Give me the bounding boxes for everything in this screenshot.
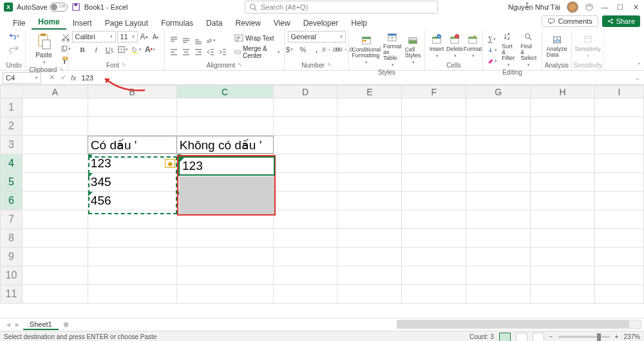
pending-icon[interactable]: [585, 3, 594, 12]
zoom-slider[interactable]: [558, 336, 610, 338]
row-header-10[interactable]: 10: [1, 266, 23, 285]
share-button[interactable]: Share: [602, 15, 640, 27]
cell-C5[interactable]: 345: [177, 173, 273, 191]
cell-C3[interactable]: Không có dấu ': [176, 136, 274, 154]
horizontal-scrollbar[interactable]: [397, 320, 641, 329]
minimize-icon[interactable]: —: [600, 3, 609, 12]
orientation-button[interactable]: ab▾: [205, 35, 216, 46]
font-size-select[interactable]: 11▾: [117, 31, 138, 42]
col-header-A[interactable]: A: [22, 86, 88, 98]
avatar[interactable]: [567, 1, 578, 13]
row-header-1[interactable]: 1: [1, 98, 23, 117]
error-indicator-icon[interactable]: ◆: [165, 159, 175, 168]
row-header-7[interactable]: 7: [1, 210, 23, 229]
sheet-nav-prev-icon[interactable]: ◄: [5, 321, 12, 328]
comments-button[interactable]: Comments: [542, 15, 598, 27]
col-header-B[interactable]: B: [88, 86, 176, 98]
cell-C4[interactable]: 123: [177, 154, 273, 172]
row-header-2[interactable]: 2: [1, 117, 23, 136]
confirm-edit-icon[interactable]: ✓: [58, 73, 68, 82]
tab-review[interactable]: Review: [229, 17, 267, 30]
tab-insert[interactable]: Insert: [66, 17, 99, 30]
autosave-toggle[interactable]: AutoSave Off: [17, 3, 68, 12]
tab-view[interactable]: View: [267, 17, 297, 30]
align-bottom-button[interactable]: [193, 35, 204, 46]
sheet-nav-next-icon[interactable]: ►: [14, 321, 21, 328]
cell-B3[interactable]: Có dấu ': [88, 136, 177, 154]
sheet-tab[interactable]: Sheet1: [23, 320, 59, 330]
analyze-data-button[interactable]: Analyze Data: [546, 33, 567, 59]
insert-cells-button[interactable]: +Insert▾: [429, 33, 444, 60]
redo-button[interactable]: [9, 44, 19, 54]
col-header-G[interactable]: G: [466, 86, 531, 98]
row-header-6[interactable]: 6: [1, 192, 23, 210]
underline-button[interactable]: U▾: [104, 44, 115, 55]
col-header-F[interactable]: F: [402, 86, 466, 98]
font-name-select[interactable]: Calibri▾: [72, 31, 116, 42]
col-header-E[interactable]: E: [337, 86, 402, 98]
maximize-icon[interactable]: ☐: [616, 3, 625, 12]
save-icon[interactable]: [71, 3, 80, 12]
undo-button[interactable]: ▾: [9, 31, 19, 41]
zoom-in-button[interactable]: +: [615, 333, 619, 340]
collapse-ribbon-icon[interactable]: ⌃: [636, 62, 641, 69]
col-header-C[interactable]: C: [176, 86, 273, 98]
percent-button[interactable]: %: [298, 44, 308, 55]
row-header-9[interactable]: 9: [1, 248, 23, 266]
clear-button[interactable]: ▾: [487, 56, 497, 66]
cell-B5[interactable]: 345: [88, 173, 176, 191]
row-header-5[interactable]: 5: [1, 173, 23, 192]
cancel-edit-icon[interactable]: ✕: [46, 73, 57, 82]
format-as-table-button[interactable]: Format as Table▾: [382, 31, 402, 69]
align-top-button[interactable]: [169, 35, 179, 46]
cell-styles-button[interactable]: Cell Styles▾: [405, 34, 421, 66]
add-sheet-button[interactable]: ⊕: [61, 320, 71, 330]
zoom-level[interactable]: 237%: [623, 333, 640, 340]
fill-button[interactable]: ▾: [487, 45, 497, 55]
find-select-button[interactable]: Find & Select▾: [519, 31, 538, 69]
col-header-I[interactable]: I: [595, 86, 644, 98]
tab-home[interactable]: Home: [32, 15, 66, 30]
cell-C6[interactable]: 456: [177, 192, 273, 210]
row-header-4[interactable]: 4: [1, 154, 23, 173]
align-middle-button[interactable]: [181, 35, 191, 46]
align-right-button[interactable]: [193, 47, 204, 57]
decrease-decimal-button[interactable]: .00→.0: [339, 44, 349, 55]
increase-font-button[interactable]: A▴: [139, 32, 149, 42]
delete-cells-button[interactable]: −Delete▾: [447, 33, 462, 60]
page-break-view-button[interactable]: [533, 333, 544, 342]
normal-view-button[interactable]: [499, 333, 511, 342]
decrease-indent-button[interactable]: [205, 47, 216, 57]
tab-help[interactable]: Help: [345, 17, 374, 30]
merge-center-button[interactable]: aMerge & Center▾: [234, 45, 280, 59]
number-format-select[interactable]: General▾: [288, 31, 346, 42]
font-color-button[interactable]: A▾: [145, 44, 155, 55]
col-header-H[interactable]: H: [531, 86, 595, 98]
page-layout-view-button[interactable]: [516, 333, 527, 342]
format-cells-button[interactable]: Format▾: [465, 33, 480, 60]
tab-data[interactable]: Data: [200, 17, 229, 30]
sort-filter-button[interactable]: AZSort & Filter▾: [500, 31, 516, 69]
fill-color-button[interactable]: ▾: [131, 44, 142, 55]
wrap-text-button[interactable]: abcWrap Text: [234, 33, 280, 42]
row-header-3[interactable]: 3: [1, 136, 23, 154]
name-box[interactable]: C4▾: [3, 72, 41, 84]
row-header-8[interactable]: 8: [1, 229, 23, 248]
close-icon[interactable]: ✕: [631, 3, 640, 12]
bold-button[interactable]: B: [77, 44, 88, 55]
expand-formula-bar-icon[interactable]: ⌄: [635, 75, 640, 81]
conditional-formatting-button[interactable]: Conditional Formatting▾: [353, 34, 379, 66]
username[interactable]: Nguyễn Như Tài: [508, 3, 560, 12]
row-header-11[interactable]: 11: [1, 285, 23, 304]
tab-page-layout[interactable]: Page Layout: [99, 17, 155, 30]
decrease-font-button[interactable]: A▾: [151, 32, 161, 42]
align-left-button[interactable]: [169, 47, 179, 57]
fx-icon[interactable]: fx: [71, 74, 77, 82]
cell-B6[interactable]: 456: [88, 192, 176, 210]
toggle-switch[interactable]: Off: [50, 3, 68, 12]
tab-formulas[interactable]: Formulas: [155, 17, 200, 30]
paste-button[interactable]: Paste▾: [30, 31, 58, 66]
cell-B4[interactable]: 123: [88, 154, 176, 172]
border-button[interactable]: ▾: [118, 44, 128, 55]
autosum-button[interactable]: ∑▾: [487, 34, 497, 44]
